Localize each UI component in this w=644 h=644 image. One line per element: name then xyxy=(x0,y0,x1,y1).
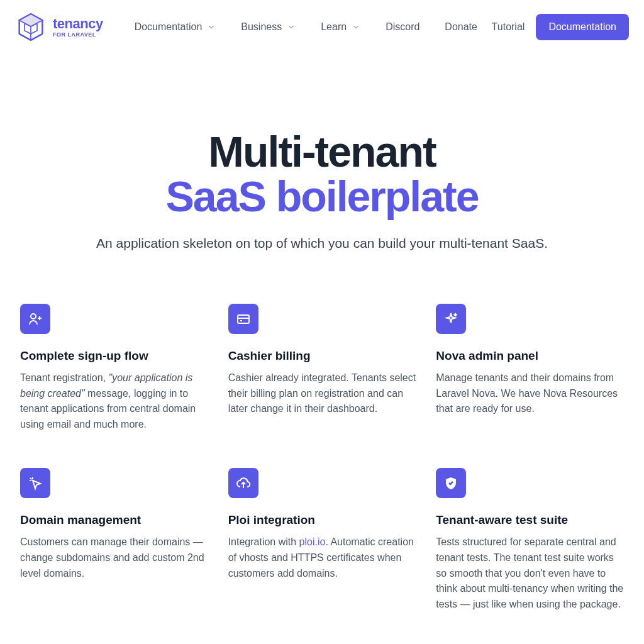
feature-ploi: Ploi integration Integration with ploi.i… xyxy=(228,468,416,613)
svg-rect-3 xyxy=(238,315,249,323)
tutorial-link[interactable]: Tutorial xyxy=(492,21,525,33)
nav-label: Donate xyxy=(445,21,477,33)
nav-business[interactable]: Business xyxy=(241,21,296,33)
feature-test-suite: Tenant-aware test suite Tests structured… xyxy=(436,468,624,613)
nav-learn[interactable]: Learn xyxy=(321,21,360,33)
documentation-button[interactable]: Documentation xyxy=(536,14,629,40)
feature-title: Cashier billing xyxy=(228,349,416,363)
hero-subtitle: An application skeleton on top of which … xyxy=(25,236,619,251)
feature-title: Nova admin panel xyxy=(436,349,624,363)
chevron-down-icon xyxy=(352,23,360,31)
svg-line-8 xyxy=(30,478,31,479)
feature-title: Ploi integration xyxy=(228,513,416,527)
cloud-upload-icon xyxy=(228,468,258,498)
main-nav: Documentation Business Learn Discord Don… xyxy=(135,21,479,33)
feature-desc: Customers can manage their domains — cha… xyxy=(20,535,208,581)
logo-title: tenancy xyxy=(53,17,103,31)
chevron-down-icon xyxy=(207,23,216,31)
sparkles-icon xyxy=(436,304,466,334)
nav-label: Learn xyxy=(321,21,347,33)
cursor-click-icon xyxy=(20,468,50,498)
hero-title: Multi-tenant SaaS boilerplate xyxy=(25,130,619,219)
hero: Multi-tenant SaaS boilerplate An applica… xyxy=(0,54,644,276)
feature-cashier: Cashier billing Cashier already integrat… xyxy=(228,304,416,433)
credit-card-icon xyxy=(228,304,258,334)
logo-subtitle: FOR LARAVEL xyxy=(53,32,103,38)
feature-signup: Complete sign-up flow Tenant registratio… xyxy=(20,304,208,433)
hero-title-line1: Multi-tenant xyxy=(208,128,435,175)
nav-right: Tutorial Documentation xyxy=(492,14,629,40)
feature-nova: Nova admin panel Manage tenants and thei… xyxy=(436,304,624,433)
feature-title: Domain management xyxy=(20,513,208,527)
logo-text: tenancy FOR LARAVEL xyxy=(53,17,103,38)
site-header: tenancy FOR LARAVEL Documentation Busine… xyxy=(0,0,644,54)
hero-title-line2: SaaS boilerplate xyxy=(165,172,478,220)
feature-desc: Integration with ploi.io. Automatic crea… xyxy=(228,535,416,581)
nav-documentation[interactable]: Documentation xyxy=(135,21,216,33)
chevron-down-icon xyxy=(287,23,296,31)
feature-domain: Domain management Customers can manage t… xyxy=(20,468,208,613)
svg-point-0 xyxy=(31,314,36,319)
shield-check-icon xyxy=(436,468,466,498)
nav-label: Documentation xyxy=(135,21,203,33)
nav-discord[interactable]: Discord xyxy=(386,21,419,33)
logo[interactable]: tenancy FOR LARAVEL xyxy=(15,11,103,43)
nav-label: Business xyxy=(241,21,282,33)
feature-desc: Tests structured for separate central an… xyxy=(436,535,624,613)
feature-desc: Tenant registration, "your application i… xyxy=(20,370,208,433)
nav-label: Discord xyxy=(386,21,419,33)
user-plus-icon xyxy=(20,304,50,334)
features-grid: Complete sign-up flow Tenant registratio… xyxy=(0,276,644,638)
feature-title: Complete sign-up flow xyxy=(20,349,208,363)
feature-title: Tenant-aware test suite xyxy=(436,513,624,527)
nav-donate[interactable]: Donate xyxy=(445,21,477,33)
logo-cube-icon xyxy=(15,11,47,43)
showcase-section: UI showcase xyxy=(0,638,644,644)
feature-desc: Cashier already integrated. Tenants sele… xyxy=(228,370,416,417)
feature-desc: Manage tenants and their domains from La… xyxy=(436,370,624,417)
ploi-link[interactable]: ploi.io xyxy=(299,536,326,547)
